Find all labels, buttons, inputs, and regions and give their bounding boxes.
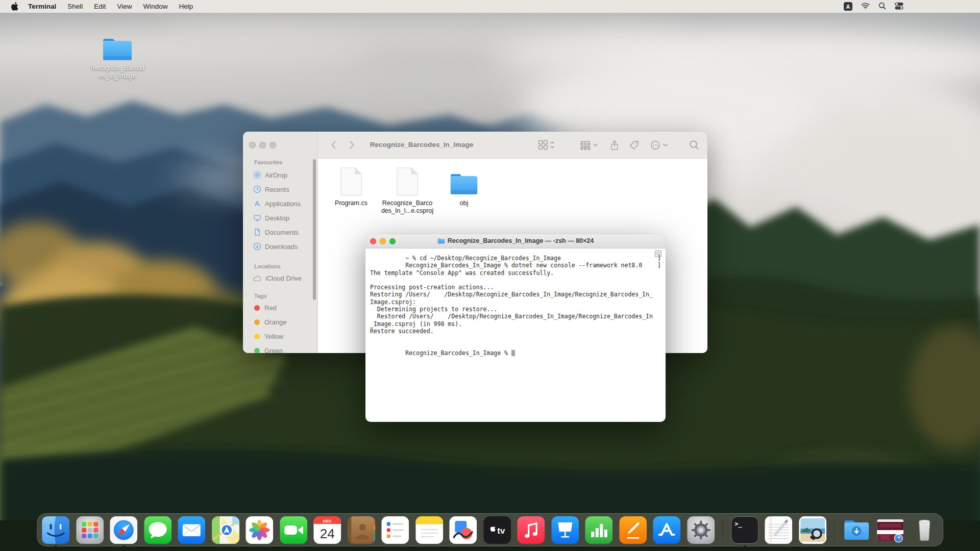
file-name: obj [436, 199, 492, 207]
sidebar-item-label: Yellow [264, 333, 283, 340]
sidebar-item-label: Green [264, 347, 283, 354]
sidebar-item-desktop[interactable]: Desktop [250, 212, 314, 223]
icon-view-button[interactable] [538, 140, 555, 152]
close-button[interactable] [370, 238, 376, 244]
tag-yellow-icon [253, 333, 261, 340]
terminal-window: Recognize_Barcodes_In_Image — -zsh — 80×… [365, 234, 666, 422]
sidebar-item-airdrop[interactable]: AirDrop [250, 169, 314, 181]
download-circle-icon [253, 242, 261, 251]
dock-finder[interactable] [42, 516, 69, 544]
sidebar-item-label: Downloads [265, 243, 298, 251]
spotlight-search-icon[interactable] [878, 2, 886, 11]
dock-separator [722, 518, 723, 542]
sidebar-item-documents[interactable]: Documents [250, 227, 314, 238]
sidebar-item-tag-green[interactable]: Green [250, 345, 314, 353]
dock-app-store[interactable] [653, 516, 680, 544]
menu-window[interactable]: Window [138, 0, 174, 13]
menu-view[interactable]: View [112, 0, 138, 13]
dock-pages[interactable] [619, 516, 647, 544]
menu-terminal[interactable]: Terminal [22, 0, 62, 13]
dock: DEC 24 [37, 513, 943, 546]
dock-system-settings[interactable] [687, 516, 715, 544]
dock-contacts[interactable] [348, 516, 375, 544]
calendar-month: DEC [323, 518, 332, 523]
zoom-button[interactable] [270, 142, 276, 148]
dock-numbers[interactable] [585, 516, 612, 544]
group-by-button[interactable] [580, 140, 598, 152]
search-icon[interactable] [689, 140, 699, 153]
tag-orange-icon [253, 318, 261, 326]
sidebar-item-label: iCloud Drive [265, 274, 302, 282]
minimize-button[interactable] [380, 238, 386, 244]
minimize-button[interactable] [259, 142, 266, 148]
file-csproj[interactable]: Recognize_Barco des_In_I...e.csproj [379, 166, 435, 215]
sidebar-header-tags: Tags [254, 293, 267, 299]
dock-photos[interactable] [246, 516, 273, 544]
tag-icon[interactable] [629, 140, 640, 153]
sidebar-item-recents[interactable]: Recents [250, 184, 314, 195]
menu-bar: Terminal Shell Edit View Window Help A [0, 0, 980, 13]
terminal-cursor [511, 350, 515, 356]
control-center-icon[interactable] [895, 2, 903, 11]
dock-messages[interactable] [144, 516, 172, 544]
file-obj-folder[interactable]: obj [436, 166, 492, 207]
dock-notes[interactable] [415, 516, 443, 544]
desktop-icon [253, 214, 261, 222]
clock-icon [253, 185, 261, 193]
sidebar-scrollbar[interactable] [313, 159, 316, 300]
dock-terminal[interactable]: >_ [731, 516, 758, 544]
dock-music[interactable] [517, 516, 545, 544]
document-file-icon [379, 166, 435, 196]
zoom-button[interactable] [389, 238, 396, 244]
menu-help[interactable]: Help [174, 0, 199, 13]
document-icon [253, 228, 261, 236]
finder-titlebar: Recognize_Barcodes_In_Image [243, 132, 707, 158]
dock-trash[interactable] [911, 516, 938, 544]
dock-preview[interactable] [799, 516, 826, 544]
dock-freeform[interactable] [449, 516, 477, 544]
dock-safari[interactable] [110, 516, 137, 544]
dock-keynote[interactable] [551, 516, 579, 544]
dock-mail[interactable] [178, 516, 205, 544]
dock-facetime[interactable] [280, 516, 307, 544]
back-button[interactable] [329, 139, 339, 153]
dock-reminders[interactable] [381, 516, 409, 544]
desktop-folder-recognize-barcodes[interactable]: Recognize_Barcod es_In_Image [86, 37, 149, 80]
menu-edit[interactable]: Edit [88, 0, 111, 13]
close-button[interactable] [249, 142, 256, 148]
input-source-icon[interactable]: A [844, 2, 852, 11]
dock-textedit[interactable] [765, 516, 792, 544]
wifi-icon[interactable] [861, 3, 870, 11]
file-name-line2: des_In_I...e.csproj [379, 207, 435, 215]
finder-window-title: Recognize_Barcodes_In_Image [355, 141, 488, 148]
dock-launchpad[interactable] [76, 516, 104, 544]
cloud-icon [253, 275, 262, 282]
terminal-glyph: >_ [734, 520, 742, 528]
file-program-cs[interactable]: Program.cs [323, 166, 379, 207]
share-icon[interactable] [609, 140, 620, 153]
more-actions-button[interactable] [650, 140, 669, 153]
dock-calendar[interactable]: DEC 24 [313, 516, 341, 544]
menu-shell[interactable]: Shell [62, 0, 88, 13]
dock-downloads-folder[interactable] [843, 516, 870, 544]
sidebar-header-favourites: Favourites [254, 159, 283, 165]
dock-apple-tv[interactable]: tv [483, 516, 511, 544]
sidebar-item-tag-yellow[interactable]: Yellow [250, 331, 314, 342]
dock-minimized-safari-window[interactable] [876, 516, 904, 544]
dock-maps[interactable] [212, 516, 239, 544]
sidebar-item-downloads[interactable]: Downloads [250, 241, 314, 252]
sidebar-item-applications[interactable]: Applications [250, 198, 314, 209]
document-file-icon [323, 166, 379, 196]
sidebar-item-label: Applications [265, 200, 301, 208]
sidebar-item-label: Orange [264, 318, 286, 326]
sidebar-item-tag-red[interactable]: Red [250, 302, 314, 313]
sidebar-item-tag-orange[interactable]: Orange [250, 316, 314, 328]
sidebar-item-label: Recents [265, 186, 289, 193]
sidebar-item-icloud-drive[interactable]: iCloud Drive [250, 272, 314, 284]
tag-red-icon [253, 304, 261, 312]
finder-sidebar: Favourites AirDrop Recents Applications [243, 132, 317, 353]
folder-file-icon [436, 166, 492, 196]
terminal-output: ~ % cd ~/Desktop/Recognize_Barcodes_In_I… [365, 248, 666, 422]
apple-menu-icon[interactable] [11, 2, 18, 11]
sidebar-item-label: AirDrop [265, 171, 287, 179]
